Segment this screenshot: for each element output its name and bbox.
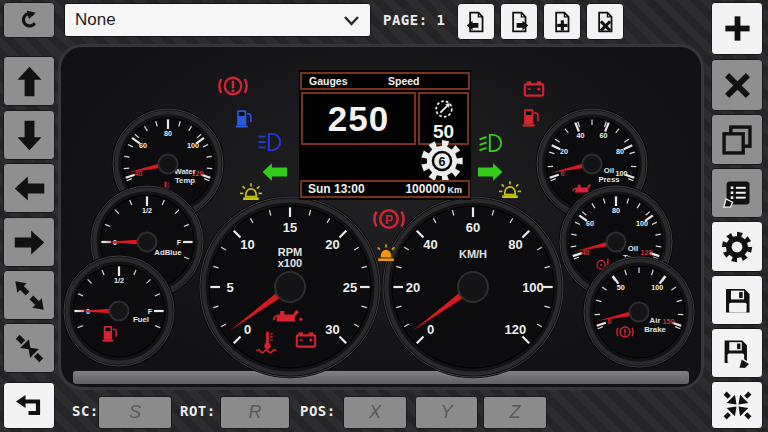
svg-text:80: 80 [612,206,620,215]
svg-text:40: 40 [423,237,437,252]
svg-text:Temp: Temp [175,176,195,185]
back-button[interactable] [3,382,55,429]
save-as-button[interactable] [711,328,763,378]
chevron-down-icon [343,14,360,27]
move-right-button[interactable] [3,217,55,267]
cluster-bottom-bezel [73,371,689,384]
svg-text:60: 60 [139,141,147,150]
lcd-speed-box: 250 [301,92,416,145]
save-button[interactable] [711,275,763,325]
undo-button[interactable] [3,2,55,38]
svg-text:1/2: 1/2 [114,276,124,285]
scale-up-button[interactable] [3,270,55,320]
return-arrow-icon [13,390,45,422]
svg-text:80: 80 [164,129,172,138]
svg-text:Fuel: Fuel [133,315,149,324]
dashboard-editor: 406080100120WaterTemp01/2FAdBlue01/2FFue… [0,0,768,432]
air-brake-gauge[interactable]: 050100150AirBrake [584,257,694,367]
svg-text:P: P [385,213,393,227]
lcd-display-widget[interactable]: Gauges Speed 250 50 6 Sun 13:00 100000Km [299,70,471,200]
svg-text:AdBlue: AdBlue [154,248,182,257]
settings-button[interactable] [711,221,763,272]
rpm-gauge[interactable]: 051015202530RPMx100 [200,197,380,377]
fuel-gauge[interactable]: 01/2FFuel [64,256,174,366]
svg-text:6: 6 [439,155,446,169]
page-indicator: PAGE: 1 [383,12,446,28]
page-indicator-number: 1 [437,12,446,28]
lcd-odometer-unit: Km [447,185,462,195]
previous-page-button[interactable] [457,3,495,40]
gear-icon [719,229,755,265]
svg-text:80: 80 [616,147,624,156]
svg-text:Brake: Brake [644,325,666,334]
svg-text:60: 60 [600,131,608,140]
close-icon [719,67,756,104]
svg-text:20: 20 [560,147,568,156]
fit-screen-button[interactable] [711,381,763,429]
svg-text:20: 20 [406,280,420,295]
svg-text:100: 100 [522,280,544,295]
add-widget-button[interactable] [711,2,763,55]
rotation-field[interactable]: R [220,396,290,429]
svg-text:KM/H: KM/H [459,248,487,260]
pos-z-field[interactable]: Z [483,396,547,429]
lcd-tab-speed: Speed [388,75,420,87]
svg-text:15: 15 [283,220,297,235]
svg-text:x100: x100 [278,257,302,269]
move-down-button[interactable] [3,110,55,160]
delete-widget-button[interactable] [711,59,763,111]
expand-diagonal-icon [12,278,47,313]
svg-text:100: 100 [651,283,663,292]
svg-text:120: 120 [505,322,527,337]
speedometer-gauge[interactable]: 020406080100120KM/H [383,197,563,377]
lcd-speed-value: 250 [328,99,389,139]
svg-text:80: 80 [508,237,522,252]
field-label-pos: POS: [300,403,336,419]
add-page-button[interactable] [543,3,581,40]
move-left-button[interactable] [3,163,55,213]
undo-icon [18,9,40,31]
page-delete-icon [594,11,616,33]
save-icon [720,283,755,318]
plus-icon [719,10,756,47]
svg-text:0: 0 [244,322,251,337]
preset-dropdown-value: None [75,10,116,30]
save-edit-icon [720,336,755,371]
scale-field[interactable]: S [98,396,172,429]
svg-text:F: F [177,238,182,247]
arrow-down-icon [12,118,47,153]
lcd-datetime: Sun 13:00 [308,182,365,196]
gear-indicator-icon: 6 [418,137,466,185]
lcd-tab-gauges: Gauges [309,75,348,87]
svg-text:Oil: Oil [604,166,614,175]
move-up-button[interactable] [3,56,55,106]
svg-text:Air: Air [650,316,661,325]
delete-page-button[interactable] [586,3,624,40]
svg-text:100: 100 [636,219,648,228]
svg-text:40: 40 [576,131,584,140]
field-label-rot: ROT: [180,403,216,419]
svg-text:100: 100 [187,141,199,150]
cruise-control-icon [432,97,456,121]
svg-text:1/2: 1/2 [142,206,152,215]
svg-text:60: 60 [466,220,480,235]
edit-note-icon [720,176,755,211]
edit-widget-button[interactable] [711,168,763,218]
preset-dropdown[interactable]: None [64,3,371,37]
arrow-left-icon [12,171,47,206]
page-prev-icon [465,11,487,33]
svg-text:Press: Press [598,175,620,184]
next-page-button[interactable] [500,3,538,40]
svg-text:20: 20 [325,237,339,252]
pos-y-field[interactable]: Y [415,396,478,429]
lcd-odometer: 100000Km [405,182,462,196]
scale-down-button[interactable] [3,323,55,373]
pos-x-field[interactable]: X [343,396,407,429]
duplicate-widget-button[interactable] [711,114,763,165]
svg-text:25: 25 [343,280,357,295]
lcd-footer: Sun 13:00 100000Km [300,180,470,198]
arrow-right-icon [12,225,47,260]
svg-text:5: 5 [226,280,233,295]
shrink-diagonal-icon [12,331,47,366]
svg-text:Oil: Oil [628,244,638,253]
